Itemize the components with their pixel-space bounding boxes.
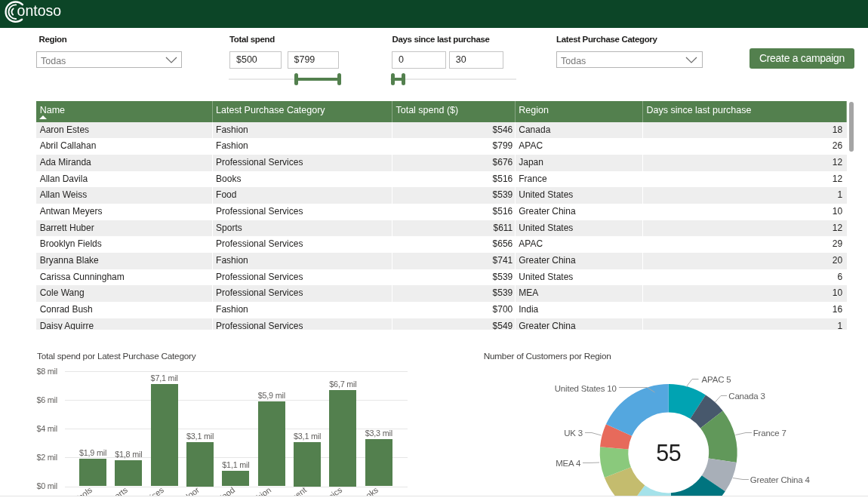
svg-text:UK 3: UK 3 [564, 429, 583, 438]
svg-text:Greater China 4: Greater China 4 [750, 475, 811, 484]
svg-text:United States 10: United States 10 [555, 384, 617, 393]
svg-text:ontoso: ontoso [17, 2, 62, 19]
svg-text:Canada 3: Canada 3 [728, 392, 765, 401]
svg-text:APAC 5: APAC 5 [702, 375, 731, 384]
svg-text:55: 55 [656, 440, 681, 466]
svg-text:MEA 4: MEA 4 [556, 459, 581, 468]
svg-text:France 7: France 7 [753, 429, 786, 438]
